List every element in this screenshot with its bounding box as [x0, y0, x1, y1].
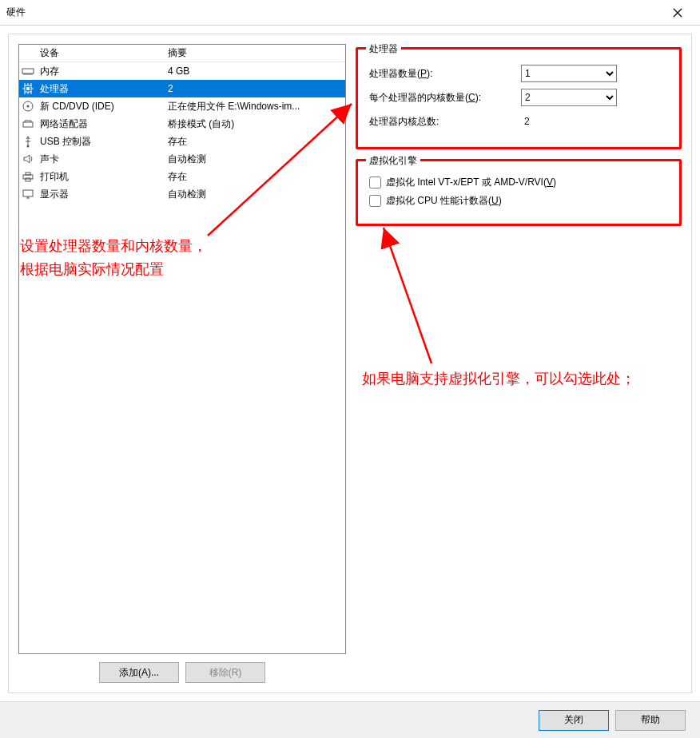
dialog-footer: 关闭 帮助	[0, 701, 700, 738]
virt-vtx-checkbox[interactable]	[369, 177, 381, 188]
display-icon	[19, 188, 37, 200]
device-row-cd[interactable]: 新 CD/DVD (IDE)正在使用文件 E:\Windows-im...	[19, 97, 345, 115]
device-name: 显示器	[37, 188, 165, 201]
processor-group: 处理器 处理器数量(P): 1 每个处理器的内核数量(C): 2 处理器内核总数…	[356, 47, 682, 149]
svg-rect-10	[23, 190, 33, 196]
cores-per-processor-select[interactable]: 2	[521, 89, 617, 106]
device-summary: 正在使用文件 E:\Windows-im...	[165, 100, 345, 113]
device-row-sound[interactable]: 声卡自动检测	[19, 150, 345, 168]
usb-icon	[19, 135, 37, 148]
total-cores-value: 2	[521, 116, 668, 127]
device-summary: 2	[165, 83, 345, 94]
left-column: 设备 摘要 内存4 GB处理器2新 CD/DVD (IDE)正在使用文件 E:\…	[18, 44, 346, 683]
device-row-printer[interactable]: 打印机存在	[19, 168, 345, 185]
device-summary: 自动检测	[165, 153, 345, 166]
device-summary: 存在	[165, 170, 345, 184]
printer-icon	[19, 170, 37, 183]
virtualization-legend: 虚拟化引擎	[366, 154, 420, 168]
device-name: 处理器	[37, 82, 165, 96]
help-button[interactable]: 帮助	[615, 710, 686, 731]
processor-legend: 处理器	[366, 42, 401, 56]
device-name: 网络适配器	[37, 117, 165, 131]
virtualization-group: 虚拟化引擎 虚拟化 Intel VT-x/EPT 或 AMD-V/RVI(V) …	[356, 159, 682, 226]
device-row-usb[interactable]: USB 控制器存在	[19, 133, 345, 150]
device-list[interactable]: 设备 摘要 内存4 GB处理器2新 CD/DVD (IDE)正在使用文件 E:\…	[18, 44, 346, 654]
list-actions: 添加(A)... 移除(R)	[18, 662, 346, 683]
column-device[interactable]: 设备	[37, 46, 165, 60]
cores-per-processor-label: 每个处理器的内核数量(C):	[369, 91, 521, 105]
device-name: 新 CD/DVD (IDE)	[37, 100, 165, 113]
cpu-icon	[19, 82, 37, 95]
device-name: 内存	[37, 65, 165, 78]
total-cores-label: 处理器内核总数:	[369, 115, 521, 129]
memory-icon	[19, 65, 37, 77]
svg-point-4	[27, 105, 30, 108]
close-button[interactable]: 关闭	[539, 710, 609, 731]
device-row-cpu[interactable]: 处理器2	[19, 80, 345, 97]
virt-vtx-label[interactable]: 虚拟化 Intel VT-x/EPT 或 AMD-V/RVI(V)	[386, 176, 556, 189]
column-summary[interactable]: 摘要	[165, 46, 345, 60]
right-column: 处理器 处理器数量(P): 1 每个处理器的内核数量(C): 2 处理器内核总数…	[356, 44, 682, 683]
svg-rect-8	[26, 173, 30, 175]
virt-perfcounter-label[interactable]: 虚拟化 CPU 性能计数器(U)	[386, 194, 502, 208]
num-processors-select[interactable]: 1	[521, 65, 617, 82]
svg-rect-5	[23, 122, 33, 127]
add-button[interactable]: 添加(A)...	[99, 662, 179, 683]
device-row-nic[interactable]: 网络适配器桥接模式 (自动)	[19, 115, 345, 133]
num-processors-label: 处理器数量(P):	[369, 67, 521, 81]
device-summary: 4 GB	[165, 65, 345, 77]
svg-rect-2	[26, 87, 30, 90]
remove-button: 移除(R)	[185, 662, 265, 683]
device-summary: 自动检测	[165, 188, 345, 201]
nic-icon	[19, 117, 37, 130]
device-name: 声卡	[37, 153, 165, 166]
device-list-header: 设备 摘要	[19, 45, 345, 62]
virt-perfcounter-checkbox[interactable]	[369, 195, 381, 207]
dialog-content: 设备 摘要 内存4 GB处理器2新 CD/DVD (IDE)正在使用文件 E:\…	[8, 34, 692, 693]
svg-rect-0	[22, 69, 34, 73]
device-summary: 存在	[165, 135, 345, 149]
device-row-memory[interactable]: 内存4 GB	[19, 62, 345, 80]
device-row-display[interactable]: 显示器自动检测	[19, 185, 345, 203]
window-title: 硬件	[6, 6, 662, 19]
close-icon[interactable]	[662, 0, 694, 25]
titlebar: 硬件	[0, 0, 700, 26]
sound-icon	[19, 153, 37, 165]
device-name: USB 控制器	[37, 135, 165, 149]
svg-point-6	[27, 145, 30, 148]
device-name: 打印机	[37, 170, 165, 184]
cd-icon	[19, 100, 37, 113]
device-summary: 桥接模式 (自动)	[165, 117, 345, 131]
